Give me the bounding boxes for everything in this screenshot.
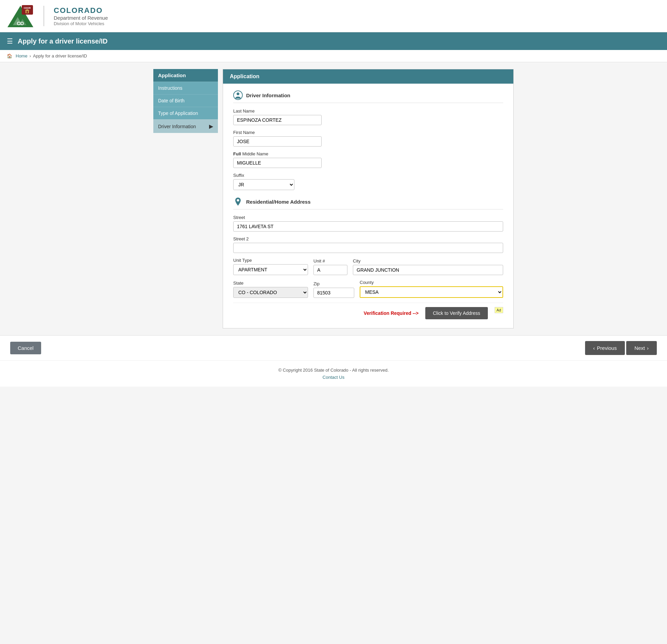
contact-us-link[interactable]: Contact Us [7, 375, 660, 380]
state-title: COLORADO [54, 6, 108, 15]
form-panel-header: Application [223, 69, 513, 84]
topbar-title: Apply for a driver license/ID [18, 37, 108, 45]
svg-rect-9 [27, 11, 28, 13]
zip-col: Zip [313, 281, 354, 298]
previous-label: Previous [597, 345, 617, 351]
county-select[interactable]: MESA DENVER JEFFERSON [360, 286, 503, 298]
address-section-title: Residential/Home Address [246, 199, 311, 205]
unit-type-select[interactable]: APARTMENT SUITE UNIT [233, 264, 308, 275]
copyright-text: © Copyright 2016 State of Colorado - All… [278, 368, 389, 373]
suffix-group: Suffix JR SR II III IV [233, 173, 503, 190]
middle-name-rest: Middle Name [241, 151, 268, 157]
cdor-logo: CO CDOR [7, 4, 34, 28]
address-section-header: Residential/Home Address [233, 197, 503, 209]
first-name-group: First Name [233, 130, 503, 147]
unit-type-col: Unit Type APARTMENT SUITE UNIT [233, 258, 308, 275]
address-pin-icon [233, 197, 243, 206]
next-button[interactable]: Next › [626, 341, 657, 355]
nav-buttons: ‹ Previous Next › [585, 341, 657, 355]
topbar: ☰ Apply for a driver license/ID [0, 32, 667, 50]
last-name-input[interactable] [233, 115, 322, 125]
breadcrumb-current: Apply for a driver license/ID [33, 53, 87, 59]
main-content: Application Instructions Date of Birth T… [147, 62, 520, 335]
sidebar-item-type[interactable]: Type of Application [153, 107, 218, 119]
city-col: City [353, 258, 503, 275]
middle-name-input[interactable] [233, 158, 322, 168]
home-icon: 🏠 [7, 53, 12, 59]
county-label: County [360, 280, 503, 285]
department-name: Department of Revenue [54, 15, 108, 21]
suffix-select[interactable]: JR SR II III IV [233, 179, 294, 190]
address-row-2: State CO - COLORADO Zip County MESA DENV… [233, 280, 503, 298]
page-header: CO CDOR COLORADO Department of Revenue D… [0, 0, 667, 32]
logo-area: CO CDOR COLORADO Department of Revenue D… [7, 4, 108, 28]
first-name-label: First Name [233, 130, 503, 135]
street-label: Street [233, 215, 503, 220]
next-arrow-icon: › [647, 345, 649, 351]
cancel-button[interactable]: Cancel [10, 342, 41, 354]
suffix-label: Suffix [233, 173, 503, 178]
middle-name-group: Full Middle Name [233, 151, 503, 168]
state-col: State CO - COLORADO [233, 280, 308, 298]
street-group: Street [233, 215, 503, 231]
svg-text:CDOR: CDOR [24, 7, 31, 9]
driver-info-title: Driver Information [246, 93, 290, 98]
svg-text:CO: CO [17, 21, 24, 26]
hamburger-icon[interactable]: ☰ [7, 37, 13, 45]
zip-label: Zip [313, 281, 354, 286]
svg-point-12 [237, 199, 239, 202]
breadcrumb: 🏠 Home › Apply for a driver license/ID [0, 50, 667, 62]
previous-button[interactable]: ‹ Previous [585, 341, 625, 355]
bottom-bar: Cancel ‹ Previous Next › [0, 335, 667, 360]
header-divider [44, 6, 44, 26]
driver-info-section-header: Driver Information [233, 91, 503, 103]
sidebar-item-dob[interactable]: Date of Birth [153, 94, 218, 107]
form-panel-body: Driver Information Last Name First Name … [223, 84, 513, 328]
breadcrumb-home-link[interactable]: Home [16, 53, 28, 59]
sidebar: Application Instructions Date of Birth T… [153, 69, 218, 328]
unit-type-label: Unit Type [233, 258, 308, 263]
verify-address-button[interactable]: Click to Verify Address [425, 307, 488, 319]
breadcrumb-separator: › [30, 53, 31, 59]
last-name-group: Last Name [233, 109, 503, 125]
first-name-input[interactable] [233, 136, 322, 147]
street2-label: Street 2 [233, 236, 503, 241]
unit-label: Unit # [313, 258, 347, 263]
division-name: Division of Motor Vehicles [54, 21, 104, 26]
middle-name-bold: Full [233, 151, 241, 157]
city-label: City [353, 258, 503, 263]
form-panel: Application Driver Information Last Name… [223, 69, 514, 328]
unit-input[interactable] [313, 265, 347, 275]
middle-name-label: Full Middle Name [233, 151, 503, 157]
unit-col: Unit # [313, 258, 347, 275]
state-label: State [233, 280, 308, 286]
zip-input[interactable] [313, 288, 354, 298]
driver-info-icon [233, 91, 243, 100]
sidebar-item-instructions[interactable]: Instructions [153, 82, 218, 94]
last-name-label: Last Name [233, 109, 503, 114]
verification-text: Verification Required --> [364, 310, 419, 316]
footer: © Copyright 2016 State of Colorado - All… [0, 360, 667, 387]
sidebar-section-title: Application [153, 69, 218, 82]
street2-group: Street 2 [233, 236, 503, 253]
address-row-1: Unit Type APARTMENT SUITE UNIT Unit # Ci… [233, 258, 503, 275]
header-text: COLORADO Department of Revenue Division … [54, 6, 108, 26]
street2-input[interactable] [233, 243, 503, 253]
ad-badge: Ad [495, 307, 503, 313]
prev-arrow-icon: ‹ [593, 345, 595, 351]
verification-row: Verification Required --> Click to Verif… [233, 303, 503, 321]
city-input[interactable] [353, 265, 503, 275]
next-label: Next [634, 345, 645, 351]
state-select[interactable]: CO - COLORADO [233, 287, 308, 298]
county-col: County MESA DENVER JEFFERSON [360, 280, 503, 298]
address-divider: Residential/Home Address [233, 197, 503, 209]
svg-point-11 [237, 93, 239, 95]
street-input[interactable] [233, 221, 503, 231]
sidebar-current-arrow: ▶ [209, 123, 213, 130]
sidebar-item-driver-info[interactable]: Driver Information ▶ [153, 119, 218, 133]
